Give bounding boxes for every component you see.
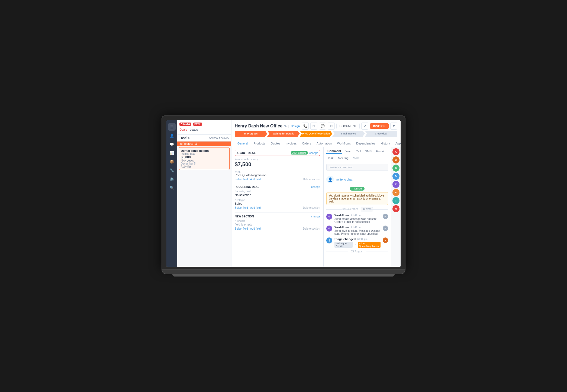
new-section-header: NEW SECTION change bbox=[235, 215, 320, 218]
main-content: Henry Dash New Office ✎ | Design 📞 ✉ 💬 ⚙ bbox=[231, 120, 401, 267]
new-section-block: NEW SECTION change New date field is emp… bbox=[235, 215, 320, 230]
settings-btn[interactable]: ⚙ bbox=[328, 123, 335, 130]
edit-icon[interactable]: ✎ bbox=[284, 124, 287, 128]
select-field-link[interactable]: Select field bbox=[235, 178, 248, 181]
recurring-delete-section[interactable]: Delete section bbox=[303, 206, 320, 209]
workflow-2-content: Workflows 01:42 pm Send SMS to client: M… bbox=[334, 226, 381, 235]
activity-tab-more[interactable]: More... bbox=[352, 156, 363, 160]
workflow-1-avatar: W bbox=[383, 214, 388, 219]
tab-general[interactable]: General bbox=[235, 140, 251, 147]
recurring-deal-change[interactable]: change bbox=[311, 185, 320, 188]
sidebar-icon-chart[interactable]: 📊 bbox=[168, 149, 176, 157]
tab-history[interactable]: History bbox=[378, 140, 393, 147]
document-button[interactable]: DOCUMENT bbox=[336, 123, 360, 129]
sidebar-icon-search[interactable]: 🔍 bbox=[168, 184, 176, 191]
new-section-title: NEW SECTION bbox=[235, 215, 254, 218]
comment-input[interactable]: Leave a comment bbox=[326, 164, 388, 171]
workflow-2-time: 01:42 pm bbox=[351, 226, 361, 229]
new-add-field[interactable]: Add field bbox=[250, 227, 261, 230]
about-deal-change[interactable]: change bbox=[309, 152, 318, 155]
sidebar-icon-tools[interactable]: 🔧 bbox=[168, 166, 176, 174]
stage-final-invoice[interactable]: Final Invoice bbox=[332, 131, 365, 137]
activity-tab-comment[interactable]: Comment bbox=[326, 149, 342, 154]
activity-tab-task[interactable]: Task bbox=[326, 156, 335, 160]
more-btn[interactable]: ▼ bbox=[390, 123, 397, 130]
stage-change-content: Stage changed 01:42 pm Waiting for Detai… bbox=[334, 237, 381, 248]
tab-applications[interactable]: Applications bbox=[393, 140, 401, 147]
deal-type-value: Sales bbox=[235, 202, 320, 205]
delete-section-link[interactable]: Delete section bbox=[303, 178, 320, 181]
activity-tab-sms[interactable]: SMS bbox=[364, 149, 373, 153]
sidebar-icon-settings[interactable]: ⚙️ bbox=[168, 175, 176, 183]
message-btn[interactable]: 💬 bbox=[319, 123, 326, 130]
invite-chat-text[interactable]: Invite to chat bbox=[336, 178, 352, 181]
sidebar-icon-box[interactable]: 📦 bbox=[168, 158, 176, 165]
activity-tab-meeting[interactable]: Meeting bbox=[337, 156, 350, 160]
deal-type-field: Deal type Sales Select field Add field D… bbox=[235, 199, 320, 209]
deal-card-active[interactable]: Dental clinic design Invoice deal $5,000… bbox=[179, 147, 230, 170]
right-avatar-1[interactable]: A bbox=[392, 148, 400, 155]
right-avatar-2[interactable]: B bbox=[392, 156, 400, 163]
new-delete-section[interactable]: Delete section bbox=[303, 227, 320, 230]
recurring-add-field[interactable]: Add field bbox=[250, 206, 261, 209]
sidebar-icon-user[interactable]: 👤 bbox=[168, 132, 176, 139]
recurring-select-field[interactable]: Select field bbox=[235, 206, 248, 209]
activity-item-workflow-2: ⚙ Workflows 01:42 pm Send SMS to client:… bbox=[326, 226, 388, 235]
tab-dependencies[interactable]: Dependencies bbox=[353, 140, 378, 147]
new-section-field-actions: Select field Add field Delete section bbox=[235, 227, 320, 230]
nav-tab-leads[interactable]: Leads bbox=[190, 127, 198, 132]
divider-1 bbox=[235, 183, 320, 183]
stage-close-deal[interactable]: Close deal bbox=[365, 131, 397, 137]
tab-workflows[interactable]: Workflows bbox=[334, 140, 354, 147]
invoice-button[interactable]: INVOICE bbox=[370, 123, 389, 129]
amount-value[interactable]: $7,500 bbox=[235, 161, 320, 168]
filter-button[interactable]: FILTER bbox=[361, 207, 373, 211]
tab-invoices[interactable]: Invoices bbox=[283, 140, 299, 147]
right-avatar-6[interactable]: F bbox=[392, 189, 400, 196]
stage-in-progress[interactable]: In Progress bbox=[235, 131, 267, 137]
brand-tag: Bitrix24 bbox=[179, 123, 191, 126]
tab-quotes[interactable]: Quotes bbox=[268, 140, 283, 147]
email-btn[interactable]: ✉ bbox=[310, 123, 317, 130]
add-field-link[interactable]: Add field bbox=[250, 178, 261, 181]
stage-waiting[interactable]: Waiting for Details bbox=[267, 131, 300, 137]
right-avatar-7[interactable]: G bbox=[392, 197, 400, 204]
activity-tabs: Comment Wait Call SMS E-mail Task Meetin… bbox=[324, 147, 391, 162]
new-select-field[interactable]: Select field bbox=[235, 227, 248, 230]
status-bar[interactable]: In Progress 11 bbox=[177, 142, 231, 146]
deals-nav: Bitrix24 DEAL bbox=[179, 123, 229, 126]
deals-header: Bitrix24 DEAL Deals Leads bbox=[177, 120, 231, 135]
new-section-change[interactable]: change bbox=[311, 215, 320, 218]
right-avatar-4[interactable]: D bbox=[392, 173, 400, 180]
deal-card-name: Dental clinic design bbox=[181, 149, 228, 152]
activity-tab-wait[interactable]: Wait bbox=[344, 149, 353, 153]
tab-automation[interactable]: Automation bbox=[314, 140, 334, 147]
info-box: You don't have any scheduled activities.… bbox=[326, 192, 388, 205]
activity-tab-email[interactable]: E-mail bbox=[375, 149, 385, 153]
phone-btn[interactable]: 📞 bbox=[302, 123, 309, 130]
stage-price-quote[interactable]: Price Quote/Negotiation bbox=[300, 131, 332, 137]
right-avatar-3[interactable]: C bbox=[392, 165, 400, 172]
sidebar-icon-menu[interactable]: ☰ bbox=[168, 123, 176, 131]
activity-item-workflow-1: ⚙ Workflows 01:42 pm Send email: Message… bbox=[326, 214, 388, 223]
deal-card-amount: $5,000 bbox=[181, 155, 228, 159]
activity-feed: 👤 Invite to chat Planned You don't have … bbox=[324, 172, 391, 267]
activity-tab-call[interactable]: Call bbox=[355, 149, 362, 153]
tab-orders[interactable]: Orders bbox=[299, 140, 314, 147]
workflow-1-content: Workflows 01:42 pm Send email: Message w… bbox=[334, 214, 381, 223]
stage-change-avatar: A bbox=[383, 237, 388, 243]
workflow-2-icon: ⚙ bbox=[326, 226, 332, 232]
planned-badge: Planned bbox=[350, 187, 364, 191]
deals-title-bar: Deals 5 without activity bbox=[177, 135, 231, 142]
recurring-deal-title: RECURRING DEAL bbox=[235, 185, 259, 188]
sidebar-icon-chat[interactable]: 💬 bbox=[168, 140, 176, 148]
expand-btn[interactable]: ⤢ bbox=[361, 123, 368, 130]
right-avatar-5[interactable]: E bbox=[392, 181, 400, 188]
deal-card-contact: Nick Lewis bbox=[181, 159, 228, 162]
deals-filter[interactable]: 5 without activity bbox=[209, 137, 229, 140]
tab-products[interactable]: Products bbox=[251, 140, 268, 147]
right-avatar-8[interactable]: H bbox=[392, 205, 400, 212]
recurring-deal-header: RECURRING DEAL change bbox=[235, 185, 320, 188]
deal-actions: 📞 ✉ 💬 ⚙ DOCUMENT ⤢ INVOICE ▼ bbox=[302, 123, 397, 130]
nav-tab-deals[interactable]: Deals bbox=[179, 127, 187, 132]
